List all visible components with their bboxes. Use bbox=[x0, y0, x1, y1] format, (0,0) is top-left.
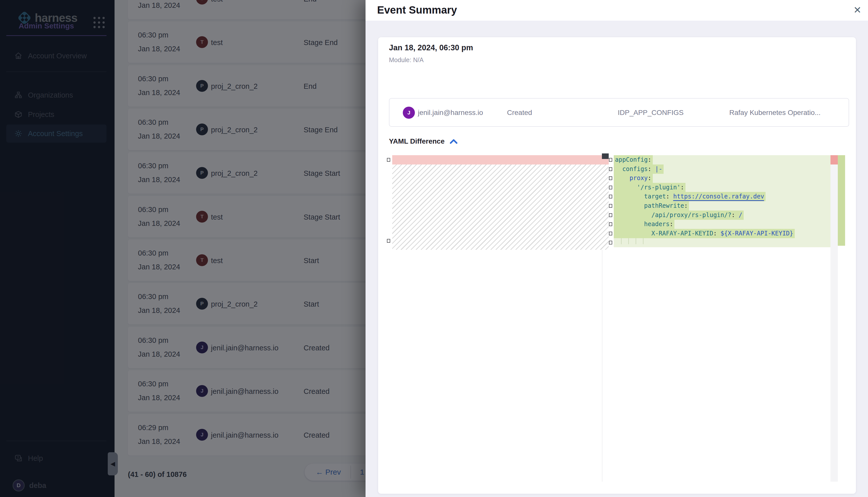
diff-removed-marker bbox=[602, 153, 609, 159]
event-datetime: Jan 18, 2024, 06:30 pm bbox=[389, 43, 473, 52]
yaml-code-line: X-RAFAY-API-KEYID: ${X-RAFAY-API-KEYID} bbox=[614, 229, 830, 238]
event-action: Created bbox=[507, 109, 532, 117]
yaml-code-line: headers: bbox=[614, 219, 830, 229]
yaml-code-line: appConfig: bbox=[614, 155, 830, 165]
event-user: jenil.jain@harness.io bbox=[418, 109, 483, 117]
event-table-row: J jenil.jain@harness.io Created IDP_APP_… bbox=[389, 98, 849, 127]
modal-header: Event Summary ✕ bbox=[366, 0, 868, 20]
yaml-difference-section: YAML Difference bbox=[389, 137, 458, 145]
diff-line-marker-icon bbox=[609, 204, 612, 208]
yaml-code-line: proxy: bbox=[614, 173, 830, 183]
yaml-code-line bbox=[614, 238, 830, 247]
yaml-code-line: '/rs-plugin': bbox=[614, 183, 830, 192]
app-root: harness Admin Settings Account OverviewO… bbox=[0, 0, 868, 497]
diff-line-marker-icon bbox=[387, 239, 390, 243]
yaml-code-line: pathRewrite: bbox=[614, 201, 830, 211]
chevron-up-icon[interactable] bbox=[450, 139, 458, 144]
diff-line-marker-icon bbox=[609, 195, 612, 198]
yaml-diff-editor[interactable]: appConfig: configs: |- proxy: '/rs-plugi… bbox=[384, 153, 845, 483]
event-summary-card: Jan 18, 2024, 06:30 pm Module: N/A USERA… bbox=[378, 37, 856, 494]
event-resource-name: Rafay Kubernetes Operatio... bbox=[729, 109, 821, 117]
diff-line-marker-icon bbox=[609, 158, 612, 162]
diff-line-marker-icon bbox=[609, 241, 612, 244]
diff-line-marker-icon bbox=[609, 213, 612, 217]
diff-line-marker-icon bbox=[609, 186, 612, 189]
overview-ruler-removed-marker bbox=[830, 155, 838, 165]
close-icon[interactable]: ✕ bbox=[849, 2, 866, 18]
diff-line-marker-icon bbox=[609, 167, 612, 171]
diff-empty-region-hatch bbox=[392, 165, 609, 250]
diff-line-marker-icon bbox=[609, 232, 612, 236]
diff-line-marker-icon bbox=[609, 222, 612, 226]
overview-ruler-added-marker bbox=[838, 155, 845, 246]
yaml-code-line: configs: |- bbox=[614, 165, 830, 174]
event-module: Module: N/A bbox=[389, 56, 424, 63]
event-resource-type: IDP_APP_CONFIGS bbox=[618, 109, 684, 117]
diff-removed-line bbox=[392, 155, 609, 165]
user-avatar: J bbox=[403, 106, 415, 119]
diff-line-marker-icon bbox=[609, 176, 612, 180]
event-summary-modal: Event Summary ✕ Jan 18, 2024, 06:30 pm M… bbox=[366, 0, 868, 497]
yaml-code-line: /api/proxy/rs-plugin/?: / bbox=[614, 211, 830, 220]
diff-scrollbar-track[interactable] bbox=[830, 155, 838, 482]
yaml-difference-label: YAML Difference bbox=[389, 137, 444, 145]
diff-line-marker-icon bbox=[387, 158, 390, 162]
modal-title: Event Summary bbox=[377, 4, 457, 16]
yaml-code-line: target: https://console.rafay.dev bbox=[614, 192, 830, 201]
